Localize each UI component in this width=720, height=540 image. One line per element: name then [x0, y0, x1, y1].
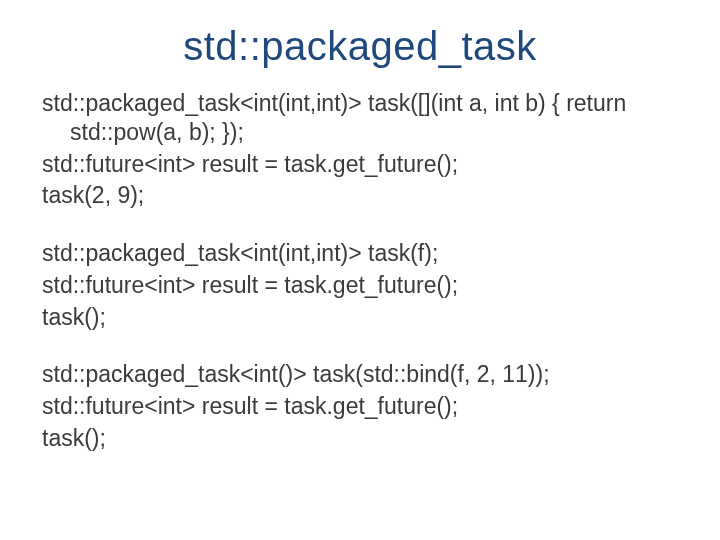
code-line: task(2, 9); [42, 181, 678, 210]
slide-title: std::packaged_task [42, 24, 678, 69]
code-line: task(); [42, 303, 678, 332]
code-line: std::future<int> result = task.get_futur… [42, 392, 678, 421]
code-line: std::future<int> result = task.get_futur… [42, 150, 678, 179]
code-line: std::packaged_task<int(int,int)> task([]… [42, 89, 678, 147]
slide: std::packaged_task std::packaged_task<in… [0, 0, 720, 540]
blank-line [42, 334, 678, 360]
code-line: std::future<int> result = task.get_futur… [42, 271, 678, 300]
blank-line [42, 213, 678, 239]
code-line: task(); [42, 424, 678, 453]
slide-body: std::packaged_task<int(int,int)> task([]… [42, 89, 678, 453]
code-line: std::packaged_task<int(int,int)> task(f)… [42, 239, 678, 268]
code-line: std::packaged_task<int()> task(std::bind… [42, 360, 678, 389]
